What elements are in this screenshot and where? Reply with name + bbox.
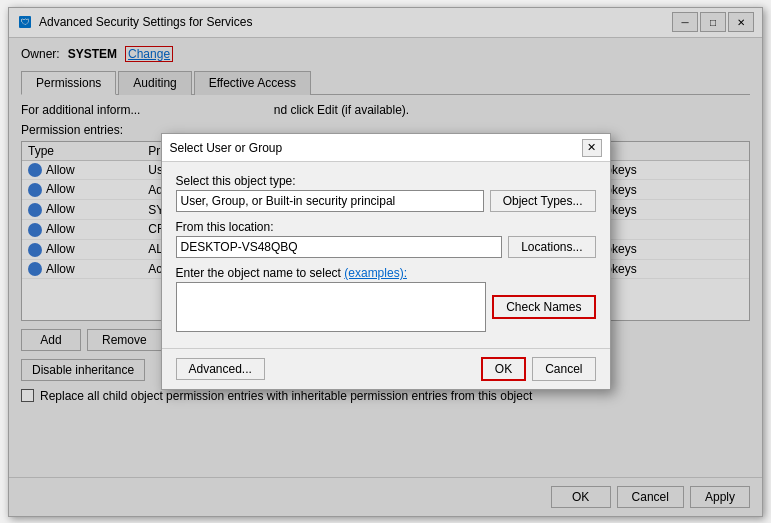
location-label: From this location: xyxy=(176,220,596,234)
dialog-footer: Advanced... OK Cancel xyxy=(162,348,610,389)
location-section: From this location: Locations... xyxy=(176,220,596,258)
object-name-row: Check Names xyxy=(176,282,596,332)
dialog-cancel-button[interactable]: Cancel xyxy=(532,357,595,381)
location-input[interactable] xyxy=(176,236,503,258)
object-name-section: Enter the object name to select (example… xyxy=(176,266,596,332)
examples-link[interactable]: (examples): xyxy=(344,266,407,280)
dialog-body: Select this object type: Object Types...… xyxy=(162,162,610,344)
dialog-title-bar: Select User or Group ✕ xyxy=(162,134,610,162)
check-names-button[interactable]: Check Names xyxy=(492,295,595,319)
object-type-label: Select this object type: xyxy=(176,174,596,188)
select-user-dialog: Select User or Group ✕ Select this objec… xyxy=(161,133,611,390)
dialog-close-button[interactable]: ✕ xyxy=(582,139,602,157)
dialog-footer-right: OK Cancel xyxy=(481,357,596,381)
dialog-overlay: Select User or Group ✕ Select this objec… xyxy=(9,8,762,516)
dialog-ok-button[interactable]: OK xyxy=(481,357,526,381)
object-type-input[interactable] xyxy=(176,190,484,212)
main-window: 🛡 Advanced Security Settings for Service… xyxy=(8,7,763,517)
location-row: Locations... xyxy=(176,236,596,258)
object-types-button[interactable]: Object Types... xyxy=(490,190,596,212)
dialog-title: Select User or Group xyxy=(170,141,582,155)
advanced-button[interactable]: Advanced... xyxy=(176,358,265,380)
enter-label: Enter the object name to select (example… xyxy=(176,266,596,280)
object-name-input[interactable] xyxy=(176,282,487,332)
object-type-row: Object Types... xyxy=(176,190,596,212)
object-type-section: Select this object type: Object Types... xyxy=(176,174,596,212)
locations-button[interactable]: Locations... xyxy=(508,236,595,258)
